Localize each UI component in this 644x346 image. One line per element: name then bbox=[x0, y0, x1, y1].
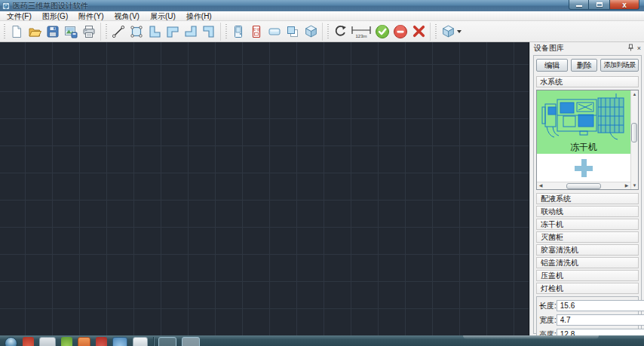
category-inspection-machine[interactable]: 灯检机 bbox=[536, 283, 639, 294]
width-input[interactable] bbox=[557, 314, 644, 326]
title-bar[interactable]: 医药三维草图设计软件 x bbox=[0, 0, 644, 11]
application-window: 医药三维草图设计软件 x 文件(F) 图形(G) 附件(Y) 视角(V) 展示(… bbox=[0, 0, 644, 335]
door-button[interactable] bbox=[229, 23, 247, 41]
thumbnail-column: 冻干机 ◀ ▶ bbox=[537, 90, 630, 189]
cube-button[interactable] bbox=[302, 23, 320, 41]
minimize-button[interactable] bbox=[569, 0, 589, 10]
panel-header: 设备图库 × bbox=[530, 42, 644, 54]
print-button[interactable] bbox=[80, 23, 98, 41]
toolbar-grip[interactable] bbox=[434, 24, 437, 39]
open-folder-icon bbox=[28, 25, 41, 38]
width-row: 宽度: bbox=[539, 314, 636, 326]
panel-body: 编辑 删除 添加到场景 水系统 bbox=[533, 55, 642, 334]
toolbar: 安全 bbox=[0, 21, 644, 42]
horizontal-scrollbar[interactable]: ◀ ▶ bbox=[537, 182, 630, 189]
category-sterilizer[interactable]: 灭菌柜 bbox=[536, 231, 639, 243]
hscroll-thumb[interactable] bbox=[566, 183, 601, 189]
toolbar-grip[interactable] bbox=[105, 24, 108, 39]
taskbar-app-red-icon[interactable] bbox=[23, 337, 34, 346]
menu-file[interactable]: 文件(F) bbox=[2, 11, 37, 21]
close-button[interactable]: x bbox=[609, 0, 639, 10]
menu-display[interactable]: 展示(U) bbox=[145, 11, 181, 21]
taskbar-app-orange-icon[interactable] bbox=[78, 337, 90, 346]
category-linkage-line[interactable]: 联动线 bbox=[536, 206, 639, 217]
confirm-button[interactable] bbox=[373, 23, 391, 41]
panel-button-row: 编辑 删除 添加到场景 bbox=[536, 59, 639, 72]
delete-x-icon bbox=[412, 24, 426, 38]
save-button[interactable] bbox=[44, 23, 62, 41]
category-freeze-dryer[interactable]: 冻干机 bbox=[536, 219, 639, 230]
thumbnail-freeze-dryer[interactable]: 冻干机 bbox=[537, 90, 630, 154]
scroll-right-arrow[interactable]: ▶ bbox=[623, 182, 630, 189]
category-cap-washer[interactable]: 铝盖清洗机 bbox=[536, 257, 639, 268]
remove-button[interactable] bbox=[391, 23, 409, 41]
taskbar-separator bbox=[153, 337, 154, 346]
print-icon bbox=[82, 25, 96, 38]
category-liquid-prep[interactable]: 配液系统 bbox=[536, 193, 639, 204]
close-icon: x bbox=[622, 1, 627, 9]
safety-sign-button[interactable]: 安全 bbox=[247, 23, 265, 41]
overlap-shapes-button[interactable] bbox=[284, 23, 302, 41]
taskbar-app-window-icon[interactable] bbox=[39, 337, 56, 346]
window-controls: x bbox=[569, 0, 639, 10]
maximize-button[interactable] bbox=[589, 0, 609, 10]
toolbar-grip[interactable] bbox=[327, 24, 330, 39]
dropdown-arrow-icon bbox=[457, 30, 462, 33]
wall-corner-1-button[interactable] bbox=[146, 23, 164, 41]
draw-line-button[interactable] bbox=[109, 23, 127, 41]
open-window-button-1[interactable] bbox=[158, 337, 176, 346]
edit-button[interactable]: 编辑 bbox=[536, 59, 568, 72]
toolbar-separator bbox=[100, 23, 101, 41]
add-thumbnail-slot[interactable] bbox=[537, 154, 630, 182]
image-export-button[interactable] bbox=[62, 23, 80, 41]
select-polygon-button[interactable] bbox=[127, 23, 146, 41]
menu-operation[interactable]: 操作(H) bbox=[181, 11, 217, 21]
remove-icon bbox=[393, 24, 408, 39]
start-orb-icon[interactable] bbox=[5, 337, 17, 346]
drawing-canvas[interactable] bbox=[0, 42, 529, 335]
view-cube-dropdown-button[interactable] bbox=[439, 23, 463, 41]
panel-plate-icon bbox=[268, 25, 281, 38]
length-row: 长度: bbox=[539, 299, 636, 312]
category-stopper-washer[interactable]: 胶塞清洗机 bbox=[536, 244, 639, 256]
panel-plate-button[interactable] bbox=[265, 23, 284, 41]
taskbar-app-green-icon[interactable] bbox=[61, 337, 72, 346]
delete-item-button[interactable]: 删除 bbox=[571, 59, 597, 72]
toolbar-separator bbox=[430, 23, 431, 41]
menu-view-angle[interactable]: 视角(V) bbox=[109, 11, 145, 21]
panel-close-icon[interactable]: × bbox=[637, 44, 641, 53]
scroll-left-arrow[interactable]: ◀ bbox=[537, 182, 544, 189]
delete-button[interactable] bbox=[409, 23, 428, 41]
wall-corner-3-button[interactable] bbox=[182, 23, 200, 41]
taskbar-app-blue-icon[interactable] bbox=[112, 337, 127, 346]
measure-button[interactable]: 123m bbox=[349, 23, 373, 41]
wall-corner-4-button[interactable] bbox=[200, 23, 218, 41]
add-to-scene-button[interactable]: 添加到场景 bbox=[600, 59, 639, 72]
toolbar-grip[interactable] bbox=[3, 24, 6, 39]
wall-corner-2-button[interactable] bbox=[164, 23, 182, 41]
hscroll-track[interactable] bbox=[544, 183, 623, 189]
taskbar-app-light-icon[interactable] bbox=[133, 337, 148, 346]
scroll-down-arrow[interactable]: ▼ bbox=[631, 182, 638, 189]
scroll-up-arrow[interactable]: ▲ bbox=[631, 90, 638, 98]
vertical-scrollbar[interactable]: ▲ ▼ bbox=[630, 90, 638, 189]
menu-attachments[interactable]: 附件(Y) bbox=[73, 11, 109, 21]
category-water-system[interactable]: 水系统 bbox=[536, 76, 639, 87]
toolbar-grip[interactable] bbox=[225, 24, 228, 39]
width-label: 宽度: bbox=[539, 315, 557, 326]
vscroll-thumb[interactable] bbox=[631, 123, 637, 142]
length-label: 长度: bbox=[539, 301, 557, 311]
length-input[interactable] bbox=[557, 300, 644, 311]
taskbar bbox=[0, 335, 644, 346]
rotate-button[interactable] bbox=[331, 23, 349, 41]
open-window-button-2[interactable] bbox=[182, 337, 200, 346]
pin-icon[interactable] bbox=[627, 44, 634, 54]
new-file-button[interactable] bbox=[8, 23, 26, 41]
taskbar-app-red2-icon[interactable] bbox=[96, 337, 107, 346]
menu-graphics[interactable]: 图形(G) bbox=[37, 11, 73, 21]
category-capping-machine[interactable]: 压盖机 bbox=[536, 270, 639, 281]
vscroll-track[interactable] bbox=[631, 98, 638, 182]
open-folder-button[interactable] bbox=[26, 23, 44, 41]
wall-corner-4-icon bbox=[202, 25, 216, 38]
safety-sign-icon: 安全 bbox=[250, 25, 263, 38]
